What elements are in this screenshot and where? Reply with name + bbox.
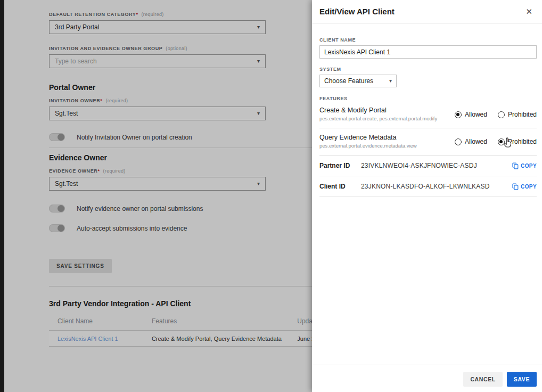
allowed-radio-label: Allowed: [465, 111, 487, 118]
allowed-radio-label: Allowed: [465, 138, 487, 145]
client-name-label: CLIENT NAME: [319, 37, 537, 43]
copy-client-id-button[interactable]: COPY: [512, 183, 537, 190]
client-id-label: Client ID: [319, 183, 354, 190]
close-icon[interactable]: ✕: [523, 6, 535, 17]
drawer-footer: CANCEL SAVE: [312, 364, 542, 392]
feature-permissions: pes.external.portal.create, pes.external…: [319, 116, 437, 121]
partner-id-row: Partner ID 23IVKLNWEOI4-ASKJFNOWIEC-ASDJ…: [319, 156, 537, 176]
feature-permissions: pes.external.portal.evidence.metadata.vi…: [319, 143, 417, 149]
radio-unselected-icon[interactable]: [498, 111, 505, 118]
feature-row-create-modify-portal: Create & Modify Portal pes.external.port…: [319, 101, 537, 128]
prohibited-radio-label: Prohibited: [508, 111, 537, 118]
client-id-row: Client ID 23JKNON-LKASDFO-ALKOF-LKWNLKAS…: [319, 176, 537, 197]
features-label: FEATURES: [319, 96, 537, 101]
drawer-title: Edit/View API Client: [319, 7, 395, 16]
edit-api-client-drawer: Edit/View API Client ✕ CLIENT NAME SYSTE…: [312, 0, 542, 392]
prohibited-radio-option[interactable]: Prohibited: [498, 138, 537, 145]
copy-label: COPY: [521, 184, 537, 190]
prohibited-radio-label: Prohibited: [508, 138, 537, 145]
client-name-input[interactable]: [319, 45, 537, 59]
system-label: SYSTEM: [319, 67, 537, 72]
copy-partner-id-button[interactable]: COPY: [512, 162, 537, 169]
copy-icon: [512, 183, 519, 190]
cancel-button[interactable]: CANCEL: [463, 372, 502, 387]
copy-icon: [512, 162, 519, 169]
client-id-value: 23JKNON-LKASDFO-ALKOF-LKWNLKASD: [354, 183, 512, 190]
partner-id-value: 23IVKLNWEOI4-ASKJFNOWIEC-ASDJ: [354, 162, 512, 169]
chevron-down-icon: ▾: [389, 78, 392, 84]
feature-name: Query Evidence Metadata: [319, 134, 417, 141]
save-button[interactable]: SAVE: [507, 372, 537, 387]
app-window: DEFAULT RETENTION CATEGORY*(required) 3r…: [0, 0, 542, 392]
radio-selected-icon[interactable]: [498, 138, 505, 145]
copy-label: COPY: [521, 163, 537, 169]
partner-id-label: Partner ID: [319, 162, 354, 169]
drawer-header: Edit/View API Client ✕: [312, 0, 542, 23]
system-features-select[interactable]: Choose Features ▾: [319, 75, 397, 87]
radio-selected-icon[interactable]: [455, 111, 462, 118]
drawer-body: CLIENT NAME SYSTEM Choose Features ▾ FEA…: [312, 23, 542, 197]
feature-name: Create & Modify Portal: [319, 107, 437, 114]
prohibited-radio-option[interactable]: Prohibited: [498, 111, 537, 118]
allowed-radio-option[interactable]: Allowed: [455, 138, 487, 145]
allowed-radio-option[interactable]: Allowed: [455, 111, 487, 118]
feature-row-query-evidence-metadata: Query Evidence Metadata pes.external.por…: [319, 128, 537, 156]
radio-unselected-icon[interactable]: [455, 138, 462, 145]
system-select-value: Choose Features: [324, 77, 373, 85]
